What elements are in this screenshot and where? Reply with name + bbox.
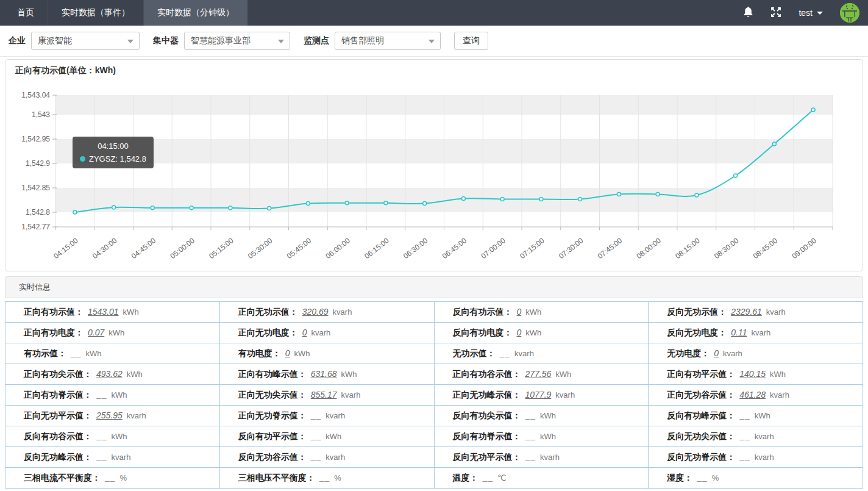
info-cell: 反向有功脊示值：__kWh <box>434 426 649 447</box>
data-point[interactable] <box>772 142 776 146</box>
unit-label: kWh <box>112 390 127 400</box>
info-label: 正向有功示值： <box>24 307 84 317</box>
value-link[interactable]: 255.95 <box>96 410 123 420</box>
filter-select-2[interactable]: 销售部照明 <box>335 32 441 50</box>
data-point[interactable] <box>695 193 699 197</box>
filter-label-1: 集中器 <box>153 35 179 46</box>
table-row: 正向无功平示值：255.95kvarh正向无功脊示值：__kvarh反向有功尖示… <box>5 406 863 426</box>
value-link[interactable]: 2329.61 <box>731 307 762 317</box>
value-link[interactable]: 0.07 <box>88 328 104 337</box>
filter-select-0[interactable]: 康派智能 <box>31 32 140 50</box>
empty-value-placeholder: __ <box>311 452 322 462</box>
nav-tab-1[interactable]: 实时数据（事件） <box>48 0 144 26</box>
info-label: 反向无功脊示值： <box>667 452 735 462</box>
data-point[interactable] <box>306 202 310 206</box>
value-link[interactable]: 320.69 <box>302 307 329 317</box>
data-point[interactable] <box>461 197 465 201</box>
data-point[interactable] <box>112 206 116 209</box>
nav-tab-2[interactable]: 实时数据（分钟级） <box>144 0 247 26</box>
x-axis-label: 06:30:00 <box>402 236 430 260</box>
data-point[interactable] <box>617 192 621 196</box>
unit-label: kvarh <box>766 307 786 317</box>
unit-label: % <box>712 473 719 482</box>
value-link[interactable]: 493.62 <box>96 369 123 379</box>
value-link[interactable]: 0 <box>714 348 719 358</box>
value-link[interactable]: 0.11 <box>731 328 747 337</box>
value-link[interactable]: 277.56 <box>525 369 552 379</box>
nav-tab-0[interactable]: 首页 <box>4 0 48 26</box>
value-link[interactable]: 1543.01 <box>88 307 119 317</box>
x-axis-label: 06:00:00 <box>324 236 352 260</box>
x-axis-label: 04:45:00 <box>130 236 158 260</box>
value-link[interactable]: 0 <box>285 348 290 358</box>
info-cell: 正向无功脊示值：__kvarh <box>219 406 434 426</box>
username-label: test <box>799 8 813 18</box>
realtime-info-header: 实时信息 <box>5 276 863 298</box>
info-cell: 正向有功尖示值：493.62kWh <box>5 364 220 385</box>
filter-bar: 企业康派智能集中器智慧能源事业部监测点销售部照明 查询 <box>0 26 868 57</box>
data-point[interactable] <box>578 197 582 201</box>
filter-select-value-0: 康派智能 <box>38 35 72 46</box>
data-point[interactable] <box>423 202 427 206</box>
data-point[interactable] <box>734 174 738 177</box>
value-link[interactable]: 0 <box>302 328 307 337</box>
x-axis-label: 08:45:00 <box>752 236 780 260</box>
y-axis-label: 1,543 <box>32 110 50 119</box>
data-point[interactable] <box>384 201 388 205</box>
line-chart[interactable]: 1,543.041,5431,542.951,542.91,542.851,54… <box>5 60 863 271</box>
info-cell: 反向无功示值：2329.61kvarh <box>649 302 863 323</box>
data-point[interactable] <box>811 108 815 112</box>
data-point[interactable] <box>539 197 543 201</box>
x-axis-label: 07:30:00 <box>557 236 585 260</box>
x-axis-label: 05:00:00 <box>169 236 197 260</box>
data-point[interactable] <box>190 206 193 210</box>
bell-icon <box>743 6 753 20</box>
query-button[interactable]: 查询 <box>454 32 488 50</box>
data-point[interactable] <box>229 206 232 210</box>
info-label: 反向无功平示值： <box>453 452 521 462</box>
x-axis-label: 05:45:00 <box>285 236 313 260</box>
value-link[interactable]: 461.28 <box>739 390 766 400</box>
unit-label: kWh <box>770 370 786 379</box>
x-axis-label: 05:30:00 <box>246 236 274 260</box>
info-label: 正向无功脊示值： <box>238 410 307 420</box>
data-point[interactable] <box>500 197 504 201</box>
empty-value-placeholder: __ <box>96 431 107 441</box>
fullscreen-button[interactable] <box>770 7 781 20</box>
value-link[interactable]: 0 <box>517 328 522 337</box>
info-label: 三相电压不平衡度： <box>238 473 315 482</box>
unit-label: ℃ <box>497 473 507 482</box>
y-axis-label: 1,543.04 <box>21 91 50 99</box>
empty-value-placeholder: __ <box>96 390 107 400</box>
empty-value-placeholder: __ <box>71 348 82 358</box>
value-link[interactable]: 855.17 <box>311 390 337 400</box>
value-link[interactable]: 631.68 <box>311 369 337 379</box>
info-label: 湿度： <box>667 473 692 482</box>
avatar[interactable] <box>840 3 859 23</box>
filter-select-1[interactable]: 智慧能源事业部 <box>184 32 290 50</box>
user-menu[interactable]: test <box>799 8 823 18</box>
data-point[interactable] <box>345 201 349 205</box>
value-link[interactable]: 0 <box>517 307 522 317</box>
unit-label: kvarh <box>555 390 575 400</box>
value-link[interactable]: 1077.9 <box>525 390 552 400</box>
info-label: 正向有功电度： <box>24 328 84 337</box>
x-axis-label: 08:00:00 <box>635 236 663 260</box>
info-label: 正向无功尖示值： <box>238 390 307 400</box>
info-label: 反向有功电度： <box>453 328 513 337</box>
notifications-button[interactable] <box>743 6 753 20</box>
unit-label: kvarh <box>755 432 774 441</box>
data-point[interactable] <box>73 210 77 214</box>
empty-value-placeholder: __ <box>697 473 708 482</box>
data-point[interactable] <box>268 207 271 210</box>
info-cell: 反向有功电度：0kWh <box>434 323 649 343</box>
table-row: 正向有功尖示值：493.62kWh正向有功峰示值：631.68kWh正向有功谷示… <box>5 364 863 385</box>
info-cell: 正向有功示值：1543.01kWh <box>5 302 220 323</box>
unit-label: % <box>120 473 127 482</box>
info-label: 正向无功谷示值： <box>667 390 735 400</box>
data-point[interactable] <box>656 192 660 196</box>
value-link[interactable]: 140.15 <box>739 369 766 379</box>
data-point[interactable] <box>151 206 154 210</box>
empty-value-placeholder: __ <box>525 431 536 441</box>
x-axis-label: 08:30:00 <box>713 236 741 260</box>
